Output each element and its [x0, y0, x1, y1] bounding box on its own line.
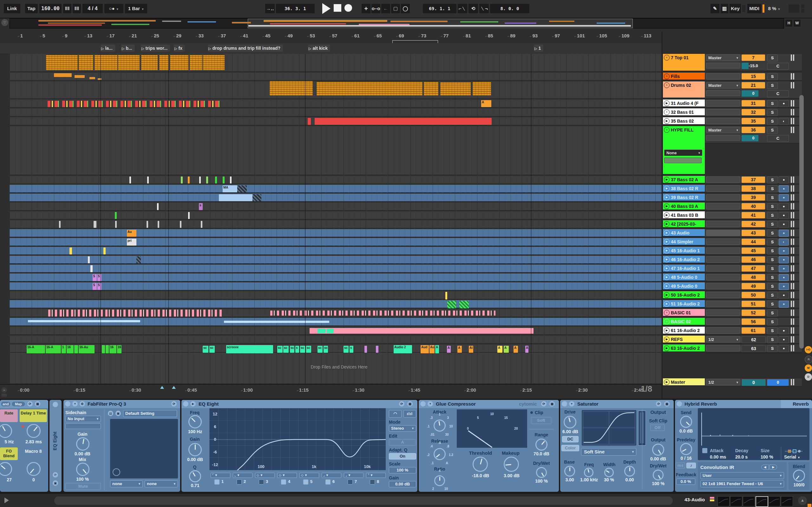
arrangement-clip[interactable] — [230, 176, 232, 183]
track-lane[interactable] — [9, 176, 662, 184]
arrangement-clip[interactable] — [270, 311, 496, 316]
output-routing-select[interactable]: 1/2▼ — [706, 379, 740, 385]
arrangement-clip[interactable] — [94, 221, 96, 228]
ms-toggle[interactable]: ms — [676, 463, 685, 468]
arrangement-clip[interactable] — [188, 176, 190, 183]
record-button[interactable] — [345, 4, 352, 12]
output-routing-select[interactable] — [706, 100, 740, 107]
arm-button[interactable]: ● — [779, 336, 789, 343]
show-hide-devices-button[interactable]: ▲ — [798, 496, 807, 505]
output-routing-select[interactable] — [706, 203, 740, 210]
track-volume-box[interactable]: 32 — [742, 109, 765, 115]
nudge-down-icon[interactable]: ‖‖ — [63, 4, 71, 13]
track-play-icon[interactable]: ▶ — [664, 345, 670, 351]
arrangement-clip[interactable] — [316, 82, 422, 96]
band-enable-checkbox[interactable] — [370, 480, 375, 485]
eq-band-6[interactable]: ⌟ ▼6 — [322, 473, 341, 485]
track-play-icon[interactable]: ▶ — [664, 204, 670, 209]
arm-button[interactable]: ● — [779, 265, 789, 272]
freq-knob[interactable] — [189, 415, 202, 429]
arrangement-clip[interactable] — [199, 176, 201, 183]
output-knob[interactable] — [652, 444, 664, 456]
time-signature-field[interactable]: 4 / 4 — [83, 4, 103, 13]
band-enable-checkbox[interactable] — [259, 480, 264, 485]
track-lane[interactable] — [9, 108, 662, 117]
device-thumbnail[interactable] — [768, 496, 780, 506]
arrangement-clip[interactable] — [79, 55, 93, 70]
arrangement-clip[interactable] — [252, 194, 261, 201]
unfold-icon[interactable]: ▼ — [427, 401, 433, 406]
solo-button[interactable]: S — [767, 345, 778, 352]
arm-button[interactable]: ● — [779, 247, 789, 255]
arrangement-clip[interactable] — [74, 75, 85, 78]
next-ir-button[interactable]: ▶ — [769, 464, 777, 469]
track-volume-box[interactable]: 43 — [742, 230, 765, 236]
track-name[interactable]: ▶39 Bass 02 R — [663, 193, 705, 201]
mode-select[interactable]: Stereo▼ — [389, 425, 416, 432]
track-lane[interactable] — [9, 238, 662, 246]
track-name[interactable]: ≡Drums 02 — [663, 81, 705, 98]
arrangement-clip[interactable] — [74, 345, 78, 353]
track-play-icon[interactable]: ▶ — [664, 230, 670, 236]
arrangement-clip[interactable] — [223, 176, 224, 183]
mute-button[interactable]: Mute — [65, 483, 101, 490]
punch-in-icon[interactable]: ⌐﹨ — [458, 4, 467, 13]
range-knob[interactable] — [536, 439, 548, 451]
track-name[interactable]: ≡Fills — [663, 72, 705, 80]
arrangement-clip[interactable] — [180, 221, 182, 228]
solo-button[interactable]: S — [767, 194, 778, 201]
session-record-button[interactable]: ◯ — [401, 4, 410, 13]
track-volume-box[interactable]: 44 — [742, 239, 765, 245]
device-on-icon[interactable] — [183, 401, 189, 406]
solo-button[interactable]: S — [767, 100, 778, 107]
arm-button[interactable]: ● — [779, 221, 789, 228]
output-routing-select[interactable] — [706, 230, 740, 236]
track-play-icon[interactable]: ▶ — [664, 292, 670, 298]
arrangement-clip[interactable]: Aud — [420, 345, 429, 353]
output-routing-select[interactable]: Master▼ — [706, 127, 740, 133]
rack-band-button[interactable]: and — [1, 401, 11, 407]
arrangement-clip[interactable] — [201, 221, 202, 228]
ir-file-select[interactable]: 02 1x8 1961 Fender Tweed - U6▼ — [700, 481, 784, 487]
drywet-knob[interactable] — [653, 469, 664, 481]
vertical-scrollbar[interactable] — [799, 95, 804, 349]
predelay-knob[interactable] — [680, 443, 692, 455]
loop-start-field[interactable]: 69. 1. 1 — [423, 4, 456, 13]
solo-button[interactable]: S — [767, 319, 778, 326]
param-select-1[interactable]: none▼ — [110, 481, 143, 487]
threshold-knob[interactable] — [473, 457, 488, 472]
shaper-type-select[interactable]: Soft Sine▼ — [581, 448, 636, 456]
track-name[interactable]: ▶31 Audio 4 (F — [663, 100, 705, 107]
plugin-param-dot[interactable] — [113, 468, 120, 476]
save-preset-icon[interactable]: ▣ — [549, 401, 555, 406]
routing-select[interactable]: Serial ▼ — [784, 454, 802, 459]
arrangement-clip[interactable] — [141, 55, 158, 70]
locator-flag[interactable]: ▷fx — [174, 45, 185, 52]
arrangement-clip[interactable] — [90, 77, 95, 79]
arrangement-clip[interactable]: A — [504, 346, 509, 353]
arrangement-clip[interactable]: A — [447, 346, 451, 353]
output-routing-select[interactable] — [706, 265, 740, 272]
output-routing-select[interactable] — [706, 73, 740, 79]
arm-button[interactable]: ● — [779, 292, 789, 299]
output-routing-select[interactable] — [706, 247, 740, 254]
device-title-bar[interactable]: ▼ Saturator ⟳ ▣ — [560, 400, 674, 408]
arrangement-clip[interactable] — [206, 176, 208, 183]
band-shape-select[interactable]: ◇ ▼ — [277, 473, 297, 478]
track-name[interactable]: ▶61 16-Audio 2 — [663, 327, 705, 334]
track-play-icon[interactable]: ▶ — [664, 212, 670, 218]
loop-length-field[interactable]: 8. 0. 0 — [490, 4, 529, 13]
q-knob[interactable] — [189, 470, 201, 482]
feedback-value[interactable]: 0.0 % — [676, 478, 695, 485]
eq-band-2[interactable]: ⌞ ▼2 — [233, 473, 252, 485]
arm-button[interactable]: ● — [779, 194, 789, 201]
track-volume-box[interactable]: 35 — [742, 118, 765, 124]
save-preset-icon[interactable]: ▣ — [664, 401, 670, 406]
track-lane[interactable] — [9, 256, 662, 264]
arm-button[interactable]: ● — [779, 327, 789, 334]
arrangement-clip[interactable]: sc — [306, 346, 311, 353]
solo-button[interactable]: S — [767, 55, 778, 61]
track-play-icon[interactable]: ▶ — [664, 221, 670, 227]
output-routing-select[interactable] — [706, 274, 740, 280]
arrangement-clip[interactable]: 16 — [67, 345, 73, 353]
